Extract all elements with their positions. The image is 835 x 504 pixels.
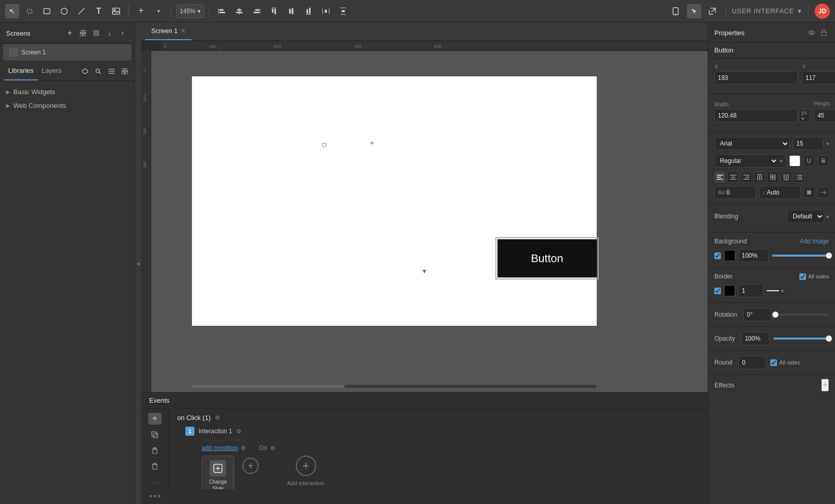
change-style-action[interactable]: ChangeStyle xyxy=(202,456,234,489)
line-height-input[interactable] xyxy=(767,189,797,196)
text-overflow-btn[interactable] xyxy=(818,187,829,198)
bg-color-swatch[interactable] xyxy=(724,250,735,261)
handle-br[interactable] xyxy=(322,143,326,147)
blending-dropdown-arrow[interactable]: ▾ xyxy=(826,214,829,219)
align-bottom[interactable] xyxy=(301,4,316,18)
y-input[interactable] xyxy=(802,71,835,85)
underline-btn[interactable]: U xyxy=(803,155,815,166)
letter-spacing-input[interactable] xyxy=(727,189,753,196)
add-image-btn[interactable]: Add image xyxy=(800,238,829,245)
border-color-swatch[interactable] xyxy=(724,285,735,296)
zoom-selector[interactable]: 145% ▾ xyxy=(176,4,204,18)
do-settings-icon[interactable]: ⚙ xyxy=(270,445,275,452)
align-middle[interactable] xyxy=(284,4,298,18)
distribute-h[interactable] xyxy=(319,4,333,18)
line-tool[interactable] xyxy=(74,4,89,18)
add-screen-btn[interactable]: + xyxy=(64,27,75,39)
bg-opacity-slider[interactable] xyxy=(772,255,829,257)
rotation-slider[interactable] xyxy=(775,314,829,316)
font-size-input[interactable] xyxy=(793,137,823,150)
align-left[interactable] xyxy=(215,4,229,18)
move-up-btn[interactable]: ↑ xyxy=(117,27,128,39)
align-bottom-text-btn[interactable] xyxy=(781,172,792,183)
font-style-dropdown[interactable]: ▾ xyxy=(780,158,783,164)
lib-component-icon[interactable] xyxy=(79,66,91,77)
add-condition-btn[interactable]: add condition xyxy=(202,444,238,452)
list-text-btn[interactable] xyxy=(794,172,805,183)
rotation-input[interactable] xyxy=(743,308,771,321)
canvas-drag-handle[interactable]: ▼ xyxy=(422,268,428,275)
library-group-basic-widgets[interactable]: ▶ Basic Widgets xyxy=(0,85,134,99)
width-unit[interactable]: px ▾ xyxy=(799,109,810,122)
opacity-input[interactable] xyxy=(741,332,769,345)
cursor-icon[interactable] xyxy=(687,4,701,18)
ellipse-tool[interactable] xyxy=(57,4,71,18)
font-style-select[interactable]: Regular xyxy=(718,157,778,165)
lib-grid-icon[interactable] xyxy=(119,66,130,77)
event-more-btn[interactable]: ... xyxy=(151,476,158,485)
text-color-swatch[interactable] xyxy=(789,155,800,166)
condition-settings-icon[interactable]: ⚙ xyxy=(241,445,246,452)
rotation-thumb[interactable] xyxy=(772,312,778,318)
screen-item-1[interactable]: Screen 1 xyxy=(3,44,131,61)
lib-search-icon[interactable] xyxy=(93,66,104,77)
align-center-h[interactable] xyxy=(232,4,246,18)
add-action-btn[interactable]: + xyxy=(242,458,259,474)
event-copy-btn[interactable] xyxy=(148,429,161,440)
align-right[interactable] xyxy=(249,4,264,18)
tab-libraries[interactable]: Libraries xyxy=(4,62,38,80)
align-middle-text-btn[interactable] xyxy=(767,172,778,183)
lasso-tool[interactable] xyxy=(22,4,37,18)
distribute-v[interactable] xyxy=(336,4,350,18)
border-style-select[interactable]: ▾ xyxy=(767,288,784,294)
user-avatar[interactable]: JD xyxy=(815,4,830,19)
preview-icon[interactable] xyxy=(705,4,719,18)
round-all-sides-checkbox[interactable] xyxy=(770,359,777,366)
opacity-thumb[interactable] xyxy=(826,335,832,342)
align-right-text-btn[interactable] xyxy=(741,172,752,183)
align-top-text-btn[interactable] xyxy=(754,172,765,183)
event-add-btn[interactable]: + xyxy=(148,413,161,425)
add-dropdown[interactable]: ▾ xyxy=(151,4,165,18)
border-checkbox[interactable] xyxy=(714,288,721,294)
project-dropdown-arrow[interactable]: ▾ xyxy=(798,7,802,15)
align-center-text-btn[interactable] xyxy=(728,172,739,183)
canvas-tab-screen1[interactable]: Screen 1 ✕ xyxy=(145,22,191,40)
add-effect-btn[interactable]: + xyxy=(821,379,829,391)
border-style-arrow[interactable]: ▾ xyxy=(781,288,784,294)
opacity-slider[interactable] xyxy=(773,338,829,340)
events-more-btn[interactable]: ••• xyxy=(149,491,162,502)
select-tool[interactable]: ↖ xyxy=(5,4,19,18)
x-input[interactable] xyxy=(714,71,798,85)
event-delete-btn[interactable] xyxy=(148,460,161,472)
bg-checkbox[interactable] xyxy=(714,253,721,259)
strikethrough-btn[interactable]: S xyxy=(818,155,829,166)
event-paste-btn[interactable] xyxy=(148,444,161,456)
bg-slider-thumb[interactable] xyxy=(826,253,832,259)
font-family-select[interactable]: Arial xyxy=(714,137,790,150)
list-view-btn[interactable] xyxy=(91,27,102,39)
align-top[interactable] xyxy=(267,4,281,18)
grid-view-btn[interactable] xyxy=(77,27,89,39)
text-tool[interactable]: T xyxy=(92,4,106,18)
rectangle-tool[interactable] xyxy=(40,4,54,18)
font-size-dropdown[interactable]: ▾ xyxy=(826,141,829,147)
border-all-sides-checkbox[interactable] xyxy=(799,273,806,280)
border-width-input[interactable] xyxy=(738,284,764,297)
canvas-viewport[interactable]: ✦ Button xyxy=(151,51,708,392)
add-tool[interactable]: + xyxy=(134,4,148,18)
tab-layers[interactable]: Layers xyxy=(38,62,66,80)
move-down-btn[interactable]: ↓ xyxy=(104,27,115,39)
text-transform-btn[interactable] xyxy=(803,187,815,198)
round-input[interactable] xyxy=(738,356,766,369)
left-collapse-handle[interactable]: ◀ xyxy=(135,22,141,504)
blending-select[interactable]: Default xyxy=(787,210,824,223)
add-interaction-area[interactable]: + Add interaction xyxy=(287,456,324,486)
props-eye-icon[interactable] xyxy=(806,27,817,38)
lib-list-icon[interactable] xyxy=(106,66,117,77)
image-tool[interactable] xyxy=(109,4,123,18)
mobile-icon[interactable] xyxy=(669,4,683,18)
canvas-tab-close[interactable]: ✕ xyxy=(181,27,185,34)
height-input[interactable] xyxy=(814,109,835,122)
library-group-web-components[interactable]: ▶ Web Components xyxy=(0,99,134,113)
